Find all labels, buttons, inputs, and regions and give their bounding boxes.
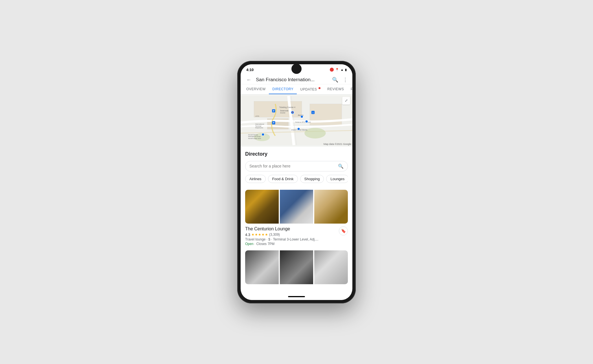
svg-text:Departures: Departures xyxy=(255,127,263,129)
map-expand-button[interactable]: ⤢ xyxy=(342,97,350,105)
svg-text:Terminal: Terminal xyxy=(255,125,261,127)
app-bar-actions: 🔍 ⋮ xyxy=(332,77,348,83)
place-images-centurion xyxy=(245,190,348,224)
category-chips: Airlines Food & Drink Shopping Lounges xyxy=(245,175,348,184)
place-image-4 xyxy=(245,250,279,284)
svg-text:📍: 📍 xyxy=(291,111,294,114)
directory-section: Directory 🔍 Airlines Food & Drink Shoppi xyxy=(241,147,352,190)
chip-airlines[interactable]: Airlines xyxy=(245,175,266,183)
place-image-1 xyxy=(245,190,279,224)
status-icons: 📍 ▲ ▮ xyxy=(330,68,347,72)
directory-title: Directory xyxy=(245,151,348,157)
place-card-centurion[interactable]: The Centurion Lounge 4.3 ★ ★ ★ ★ ★ (3,30… xyxy=(241,190,352,250)
tab-directory[interactable]: DIRECTORY xyxy=(269,84,297,94)
svg-text:Jeweler: Jeweler xyxy=(280,112,286,113)
star-half: ★ xyxy=(265,233,268,237)
search-input[interactable] xyxy=(249,164,336,168)
tab-photos[interactable]: P... xyxy=(347,84,352,94)
battery-icon: ▮ xyxy=(345,68,347,72)
open-status: Open xyxy=(245,242,253,246)
wifi-icon: ▲ xyxy=(341,68,344,71)
expand-icon: ⤢ xyxy=(345,98,348,103)
tab-updates[interactable]: UPDATES xyxy=(297,84,324,94)
rating-number: 4.3 xyxy=(245,233,250,237)
place-name: The Centurion Lounge xyxy=(245,226,348,231)
back-button[interactable]: ← xyxy=(245,76,252,84)
record-icon xyxy=(330,68,334,72)
camera-notch xyxy=(291,64,302,74)
chip-shopping[interactable]: Shopping xyxy=(300,175,324,183)
search-submit-icon[interactable]: 🔍 xyxy=(338,164,344,169)
chip-lounges[interactable]: Lounges xyxy=(326,175,348,183)
place-image-5 xyxy=(280,250,313,284)
svg-text:P: P xyxy=(273,109,274,112)
svg-point-31 xyxy=(262,133,264,136)
closing-label: Closes 7PM xyxy=(256,242,274,246)
search-icon[interactable]: 🔍 xyxy=(332,77,338,83)
place-info-centurion: The Centurion Lounge 4.3 ★ ★ ★ ★ ★ (3,30… xyxy=(245,226,348,246)
svg-rect-2 xyxy=(254,101,302,117)
star-1: ★ xyxy=(251,233,254,237)
place-meta: Travel lounge · $ · Terminal 3-Lower Lev… xyxy=(245,237,348,241)
svg-text:International: International xyxy=(255,123,264,125)
tab-reviews[interactable]: REVIEWS xyxy=(324,84,347,94)
place-image-6 xyxy=(314,250,348,284)
app-bar: ← San Francisco Internation... 🔍 ⋮ xyxy=(241,74,352,84)
place-card-2[interactable] xyxy=(241,250,352,292)
svg-point-22 xyxy=(300,115,303,118)
home-indicator xyxy=(241,293,352,300)
place-image-3 xyxy=(314,190,348,224)
map-credit: Map data ©2021 Google xyxy=(324,143,351,145)
status-time: 4:10 xyxy=(246,68,254,72)
star-2: ★ xyxy=(255,233,258,237)
place-hours: Open · Closes 7PM xyxy=(245,242,348,246)
svg-text:International Group: International Group xyxy=(248,136,260,137)
rating-row: 4.3 ★ ★ ★ ★ ★ (3,309) xyxy=(245,233,348,237)
star-rating: ★ ★ ★ ★ ★ xyxy=(251,233,268,237)
svg-point-5 xyxy=(304,128,326,138)
chip-food-drink[interactable]: Food & Drink xyxy=(268,175,298,183)
phone-frame: 4:10 📍 ▲ ▮ ← San Francisco Internation..… xyxy=(237,61,356,303)
search-bar[interactable]: 🔍 xyxy=(245,161,348,171)
home-bar xyxy=(288,296,305,297)
star-3: ★ xyxy=(258,233,261,237)
location-icon: 📍 xyxy=(335,68,339,72)
tabs-bar: OVERVIEW DIRECTORY UPDATES REVIEWS P... xyxy=(241,84,352,94)
map-container[interactable]: Ticketing Counter 4 L/F/G Swarovski Jewe… xyxy=(241,94,352,147)
svg-point-30 xyxy=(297,127,300,130)
main-content: Ticketing Counter 4 L/F/G Swarovski Jewe… xyxy=(241,94,352,293)
map-background: Ticketing Counter 4 L/F/G Swarovski Jewe… xyxy=(241,94,352,147)
updates-badge xyxy=(319,87,320,89)
svg-text:i: i xyxy=(313,111,313,114)
svg-text:P: P xyxy=(273,122,274,124)
map-svg: Ticketing Counter 4 L/F/G Swarovski Jewe… xyxy=(241,94,352,147)
svg-text:Avianca SFO Airport: Avianca SFO Airport xyxy=(295,121,311,123)
svg-text:L/F/G: L/F/G xyxy=(255,115,259,117)
review-count: (3,309) xyxy=(269,233,280,237)
svg-text:Aircraft supply store: Aircraft supply store xyxy=(248,138,261,139)
app-title: San Francisco Internation... xyxy=(256,77,329,83)
svg-point-23 xyxy=(305,120,308,123)
more-options-icon[interactable]: ⋮ xyxy=(343,77,348,83)
svg-text:Aircraft Service: Aircraft Service xyxy=(248,134,258,135)
svg-text:Swarovski: Swarovski xyxy=(280,109,289,111)
place-image-2 xyxy=(280,190,313,224)
tab-overview[interactable]: OVERVIEW xyxy=(243,84,269,94)
star-4: ★ xyxy=(262,233,265,237)
place-images-2 xyxy=(245,250,348,284)
bookmark-icon: 🔖 xyxy=(341,229,346,233)
status-bar: 4:10 📍 ▲ ▮ xyxy=(241,64,352,74)
phone-screen: 4:10 📍 ▲ ▮ ← San Francisco Internation..… xyxy=(241,64,352,300)
svg-text:Ticketing Counter 4: Ticketing Counter 4 xyxy=(279,106,295,108)
bookmark-button[interactable]: 🔖 xyxy=(339,226,348,235)
